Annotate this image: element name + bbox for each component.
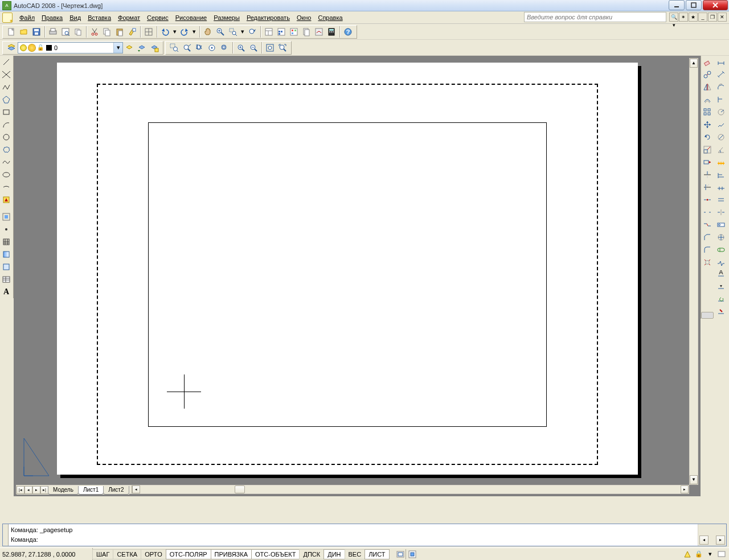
menu-file[interactable]: Файл [16, 13, 38, 22]
scroll-down-button[interactable]: ▼ [690, 475, 698, 484]
erase-button[interactable] [701, 56, 714, 68]
menu-modify[interactable]: Редактировать [243, 13, 293, 22]
ortho-toggle[interactable]: ОРТO [141, 549, 166, 559]
dim-style-button[interactable] [715, 306, 727, 319]
model-paper-icon[interactable] [395, 549, 406, 559]
revision-cloud-button[interactable] [0, 143, 13, 156]
properties-button[interactable] [263, 26, 275, 38]
markup-set-button[interactable] [313, 26, 325, 38]
offset-button[interactable] [701, 93, 714, 106]
dim-update-button[interactable] [715, 294, 727, 306]
horizontal-scrollbar[interactable]: ◂ ▸ [132, 485, 689, 493]
redo-button[interactable] [179, 26, 190, 38]
ellipse-arc-button[interactable] [0, 181, 13, 193]
pan-realtime-button[interactable] [202, 26, 214, 38]
new-file-icon[interactable] [2, 13, 13, 23]
clean-screen-icon[interactable] [716, 549, 727, 559]
osnap-toggle[interactable]: ПРИВЯЗКА [211, 549, 252, 559]
menu-format[interactable]: Формат [114, 13, 144, 22]
cmd-scroll-left[interactable]: ◂ [699, 536, 708, 545]
scroll-right-button[interactable]: ▸ [681, 485, 689, 493]
menu-insert[interactable]: Вставка [84, 13, 114, 22]
rotate-button[interactable] [701, 131, 714, 143]
zoom-previous-button[interactable] [247, 26, 258, 38]
center-mark-button[interactable] [715, 231, 727, 244]
save-button[interactable] [31, 26, 42, 38]
aligned-dim-button[interactable] [715, 68, 727, 81]
chamfer-button[interactable] [701, 231, 714, 244]
dim-space-button[interactable] [715, 193, 727, 206]
command-grip[interactable] [3, 524, 9, 546]
cmd-scroll-right[interactable]: ▸ [716, 536, 725, 545]
make-block-button[interactable] [0, 211, 13, 223]
point-button[interactable] [0, 223, 13, 236]
cut-button[interactable] [89, 26, 100, 38]
plot-preview-button[interactable] [60, 26, 71, 38]
command-text[interactable]: Команда: _pagesetup Команда: [9, 524, 698, 546]
explode-button[interactable] [701, 256, 714, 269]
dim-edit-button[interactable]: A [715, 269, 727, 281]
undo-button[interactable] [159, 26, 171, 38]
stretch-button[interactable] [701, 156, 714, 168]
polar-toggle[interactable]: ОТС-ПОЛЯР [166, 549, 211, 559]
line-button[interactable] [0, 56, 13, 68]
zoom-dynamic-button[interactable] [181, 42, 193, 53]
vertical-scrollbar[interactable]: ▲ ▼ [689, 58, 698, 485]
close-button[interactable] [703, 0, 728, 10]
tab-first-button[interactable]: |◂ [17, 486, 24, 494]
move-button[interactable] [701, 118, 714, 131]
copy-object-button[interactable] [701, 68, 714, 81]
publish-button[interactable] [72, 26, 84, 38]
gradient-button[interactable] [0, 248, 13, 261]
inspection-button[interactable] [715, 244, 727, 256]
baseline-dim-button[interactable] [715, 168, 727, 181]
ducs-toggle[interactable]: ДПСК [299, 549, 324, 559]
help-search-input[interactable] [524, 12, 666, 22]
trim-button[interactable] [701, 168, 714, 181]
scroll-left-button[interactable]: ◂ [132, 485, 140, 493]
favorites-icon[interactable]: ★ [689, 13, 698, 22]
maximize-button[interactable] [686, 0, 702, 10]
tab-next-button[interactable]: ▸ [32, 486, 40, 494]
viewport-max-icon[interactable] [407, 549, 417, 559]
coordinates-pane[interactable]: 52.9887, 27.1288 , 0.0000 [0, 548, 93, 560]
search-go-button[interactable]: 🔍▾ [669, 13, 678, 22]
dim-text-edit-button[interactable] [715, 281, 727, 294]
polygon-button[interactable] [0, 93, 13, 106]
doc-minimize-button[interactable]: _ [698, 13, 707, 22]
continue-dim-button[interactable] [715, 181, 727, 193]
plot-button[interactable] [47, 26, 59, 38]
otrack-toggle[interactable]: ОТС-ОБЪЕКТ [251, 549, 300, 559]
jogged-dim-button[interactable] [715, 118, 727, 131]
layer-dropdown-arrow[interactable]: ▾ [113, 43, 122, 53]
snap-toggle[interactable]: ШАГ [92, 549, 113, 559]
zoom-object-button[interactable] [219, 42, 230, 53]
construction-line-button[interactable] [0, 68, 13, 81]
jogged-linear-button[interactable] [715, 256, 727, 269]
new-button[interactable] [6, 26, 17, 38]
scale-button[interactable] [701, 143, 714, 156]
zoom-dropdown[interactable]: ▾ [240, 26, 245, 38]
toolbar-menu-icon[interactable]: ▾ [705, 549, 715, 559]
block-editor-button[interactable] [143, 26, 154, 38]
doc-close-button[interactable]: ✕ [718, 13, 727, 22]
menu-tools[interactable]: Сервис [144, 13, 172, 22]
mirror-button[interactable] [701, 81, 714, 93]
ellipse-button[interactable] [0, 168, 13, 181]
design-center-button[interactable] [276, 26, 287, 38]
join-button[interactable] [701, 219, 714, 231]
lock-icon[interactable]: 🔒 [694, 549, 704, 559]
menu-view[interactable]: Вид [66, 13, 84, 22]
mtext-button[interactable]: A [0, 286, 13, 298]
layer-states-button[interactable] [124, 42, 135, 53]
layer-manager-button[interactable] [6, 42, 17, 53]
hscroll-thumb[interactable] [235, 485, 245, 493]
menu-window[interactable]: Окно [293, 13, 315, 22]
copy-button[interactable] [101, 26, 113, 38]
layer-dropdown[interactable]: 🔓 0 ▾ [18, 42, 123, 53]
array-button[interactable] [701, 106, 714, 118]
paper-toggle[interactable]: ЛИСТ [364, 549, 389, 559]
spline-button[interactable] [0, 156, 13, 168]
zoom-center-button[interactable] [206, 42, 218, 53]
sheet-set-button[interactable] [301, 26, 312, 38]
